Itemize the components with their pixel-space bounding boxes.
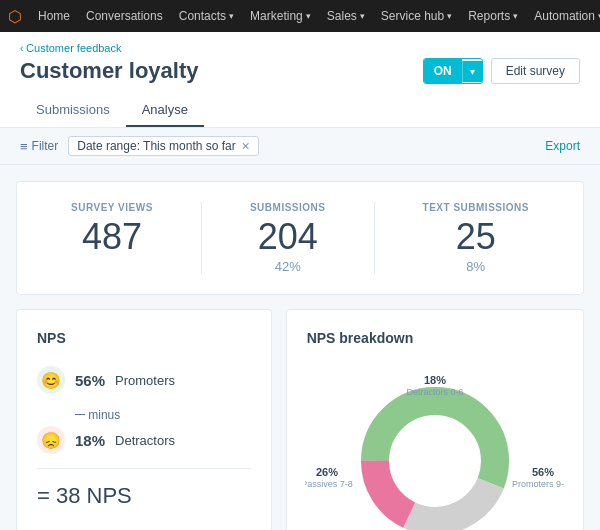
nav-automation[interactable]: Automation▾: [526, 0, 600, 32]
toggle-on-label: ON: [424, 59, 462, 83]
detractor-pct: 18%: [75, 432, 105, 449]
page-title: Customer loyalty: [20, 58, 199, 84]
survey-views-label: SURVEY VIEWS: [71, 202, 153, 213]
submissions-value: 204: [250, 219, 326, 255]
nav-sales[interactable]: Sales▾: [319, 0, 373, 32]
detractor-icon: 😞: [37, 426, 65, 454]
toggle-chevron-icon[interactable]: ▾: [462, 61, 482, 82]
filter-label: Filter: [32, 139, 59, 153]
nav-servicehub[interactable]: Service hub▾: [373, 0, 460, 32]
nps-card: NPS 😊 56% Promoters ─ minus 😞 18% Detrac…: [16, 309, 272, 530]
detractors-desc-label: Detractors 0-6: [406, 387, 463, 397]
bottom-row: NPS 😊 56% Promoters ─ minus 😞 18% Detrac…: [16, 309, 584, 530]
nav-marketing[interactable]: Marketing▾: [242, 0, 319, 32]
promoters-pct-label: 56%: [532, 466, 554, 478]
tab-submissions[interactable]: Submissions: [20, 94, 126, 127]
top-nav: ⬡ Home Conversations Contacts▾ Marketing…: [0, 0, 600, 32]
promoters-desc-label: Promoters 9-10: [512, 479, 565, 489]
text-submissions-value: 25: [423, 219, 529, 255]
tab-analyse[interactable]: Analyse: [126, 94, 204, 127]
filter-icon: ≡: [20, 139, 28, 154]
detractors-pct-label: 18%: [424, 374, 446, 386]
date-range-label: Date range: This month so far: [77, 139, 236, 153]
nav-reports[interactable]: Reports▾: [460, 0, 526, 32]
svg-point-4: [401, 427, 469, 495]
text-submissions-label: TEXT SUBMISSIONS: [423, 202, 529, 213]
export-button[interactable]: Export: [545, 139, 580, 153]
page-header: ‹ Customer feedback Customer loyalty ON …: [0, 32, 600, 128]
submissions-sub: 42%: [250, 259, 326, 274]
date-range-tag: Date range: This month so far ✕: [68, 136, 259, 156]
survey-views-stat: SURVEY VIEWS 487: [71, 202, 153, 255]
hubspot-logo: ⬡: [8, 7, 22, 26]
breakdown-title: NPS breakdown: [307, 330, 563, 346]
donut-svg: 18% Detractors 0-6 26% Passives 7-8 56% …: [305, 366, 565, 530]
breadcrumb[interactable]: ‹ Customer feedback: [20, 42, 580, 54]
nps-title: NPS: [37, 330, 251, 346]
nps-total: = 38 NPS: [37, 483, 251, 509]
donut-chart-container: 18% Detractors 0-6 26% Passives 7-8 56% …: [307, 366, 563, 530]
promoter-icon: 😊: [37, 366, 65, 394]
text-submissions-sub: 8%: [423, 259, 529, 274]
nps-divider: [37, 468, 251, 469]
detractor-label: Detractors: [115, 433, 175, 448]
header-actions: ON ▾ Edit survey: [423, 58, 580, 84]
donut-labels: 18% Detractors 0-6 26% Passives 7-8 56% …: [305, 366, 565, 530]
submissions-label: SUBMISSIONS: [250, 202, 326, 213]
stat-divider-2: [374, 202, 375, 274]
tabs: Submissions Analyse: [20, 94, 580, 127]
text-submissions-stat: TEXT SUBMISSIONS 25 8%: [423, 202, 529, 274]
nav-conversations[interactable]: Conversations: [78, 0, 171, 32]
passives-pct-label: 26%: [316, 466, 338, 478]
edit-survey-button[interactable]: Edit survey: [491, 58, 580, 84]
passives-desc-label: Passives 7-8: [305, 479, 353, 489]
filter-button[interactable]: ≡ Filter: [20, 139, 58, 154]
toggle-group[interactable]: ON ▾: [423, 58, 483, 84]
date-range-remove-icon[interactable]: ✕: [241, 140, 250, 153]
stats-card: SURVEY VIEWS 487 SUBMISSIONS 204 42% TEX…: [16, 181, 584, 295]
main-content: SURVEY VIEWS 487 SUBMISSIONS 204 42% TEX…: [0, 165, 600, 530]
breakdown-card: NPS breakdown: [286, 309, 584, 530]
promoter-pct: 56%: [75, 372, 105, 389]
nps-detractor-item: 😞 18% Detractors: [37, 426, 251, 454]
nps-minus-label: ─ minus: [75, 406, 251, 422]
stat-divider-1: [201, 202, 202, 274]
nav-contacts[interactable]: Contacts▾: [171, 0, 242, 32]
survey-views-value: 487: [71, 219, 153, 255]
nav-home[interactable]: Home: [30, 0, 78, 32]
nps-promoter-item: 😊 56% Promoters: [37, 366, 251, 394]
filter-bar: ≡ Filter Date range: This month so far ✕…: [0, 128, 600, 165]
promoter-label: Promoters: [115, 373, 175, 388]
submissions-stat: SUBMISSIONS 204 42%: [250, 202, 326, 274]
